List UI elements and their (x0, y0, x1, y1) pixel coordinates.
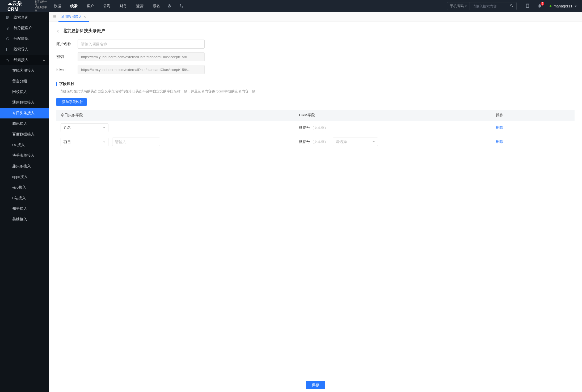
brand-logo: ☁云朵CRM 教育机构一站式服务云平台 (0, 0, 49, 12)
toutiao-field-select[interactable]: 项目 (61, 138, 108, 146)
mobile-icon[interactable] (525, 3, 530, 9)
nav-enroll[interactable]: 报名 (153, 4, 160, 8)
sidebar-item-distribution[interactable]: 分配情况 (0, 33, 49, 44)
nav-finance[interactable]: 财务 (120, 4, 127, 8)
chevron-down-icon (372, 140, 375, 143)
caret-down-icon (465, 6, 467, 7)
sidebar-item-import[interactable]: 线索导入 (0, 44, 49, 55)
export-icon (6, 48, 10, 52)
secret-label: 密钥 (56, 54, 78, 59)
chevron-up-icon (43, 58, 45, 62)
col-toutiao-field: 今日头条字段 (56, 110, 295, 121)
table-row: 姓名 微信号 （文本框） 删除 (56, 121, 575, 135)
tab-close-icon[interactable]: ✕ (83, 15, 86, 19)
sidebar-sub-kuaishou[interactable]: 快手表单接入 (0, 150, 49, 161)
token-input[interactable] (78, 65, 205, 74)
sidebar-sub-meiyou[interactable]: 美柚接入 (0, 214, 49, 225)
search-button[interactable] (507, 4, 516, 8)
sidebar-sub-bilibili[interactable]: B站接入 (0, 193, 49, 203)
username: manager11 (554, 4, 572, 8)
delete-row-button[interactable]: 删除 (496, 126, 503, 130)
account-name-input[interactable] (78, 40, 205, 49)
sidebar-item-pending[interactable]: 待分配客户 (0, 23, 49, 33)
tab-generic-data[interactable]: 通用数据接入 ✕ (58, 12, 89, 22)
sidebar-sub-message-group[interactable]: 留言分组 (0, 76, 49, 87)
breadcrumb: 北京昱新科技头条账户 (56, 28, 575, 34)
add-mapping-button[interactable]: +添加字段映射 (56, 98, 87, 106)
mapping-description: 请确保您在此填写的头条自定义字段名称与在今日头条平台中自定义的字段名称一致，并且… (56, 89, 575, 94)
page-title: 北京昱新科技头条账户 (63, 28, 105, 34)
search-type-select[interactable]: 手机号码 (447, 2, 470, 10)
account-name-label: 账户名称 (56, 42, 78, 46)
toutiao-field-select[interactable]: 姓名 (61, 123, 108, 132)
notification-icon[interactable]: 5 (537, 3, 542, 9)
token-label: token (56, 67, 78, 72)
delete-row-button[interactable]: 删除 (496, 140, 503, 144)
sidebar-sub-online-cs[interactable]: 在线客服接入 (0, 65, 49, 76)
svg-rect-0 (7, 16, 9, 17)
notification-badge: 5 (541, 2, 544, 6)
collapse-sidebar-button[interactable] (51, 15, 58, 19)
main-content: 通用数据接入 ✕ 北京昱新科技头条账户 账户名称 密钥 t (49, 12, 582, 392)
sidebar-sub-tencent[interactable]: 腾讯接入 (0, 118, 49, 129)
mapping-title: 字段映射 (59, 82, 74, 86)
page-content: 北京昱新科技头条账户 账户名称 密钥 token 字段映射 (49, 22, 582, 378)
nav-data[interactable]: 数据 (54, 4, 61, 8)
sidebar-sub-vivo[interactable]: vivo接入 (0, 182, 49, 193)
svg-rect-2 (7, 18, 8, 19)
sidebar-sub-qutoutiao[interactable]: 趣头条接入 (0, 161, 49, 172)
phone-icon[interactable] (179, 3, 184, 9)
menu-collapse-icon (53, 15, 57, 18)
table-row: 项目 微信号 （文本框） (56, 135, 575, 149)
sidebar-sub-toutiao[interactable]: 今日头条接入 (0, 108, 49, 118)
crm-option-select[interactable]: 请选择 (333, 138, 378, 146)
nav-public[interactable]: 公海 (103, 4, 111, 8)
toutiao-extra-input[interactable] (112, 138, 160, 146)
svg-rect-1 (7, 17, 9, 18)
nav-leads[interactable]: 线索 (70, 4, 78, 8)
app-header: ☁云朵CRM 教育机构一站式服务云平台 数据 线索 客户 公海 财务 运营 报名… (0, 0, 582, 12)
col-action: 操作 (492, 110, 575, 121)
nav-ops[interactable]: 运营 (136, 4, 144, 8)
nav-customer[interactable]: 客户 (87, 4, 94, 8)
save-button[interactable]: 保存 (306, 381, 325, 389)
mapping-section-header: 字段映射 (56, 82, 575, 86)
pie-icon (6, 37, 10, 41)
status-dot-icon (550, 5, 551, 7)
nav-action-icons (167, 3, 184, 9)
sidebar-item-search-leads[interactable]: 线索查询 (0, 12, 49, 23)
section-bar-icon (56, 82, 57, 86)
chevron-down-icon (103, 126, 106, 129)
sidebar-item-access[interactable]: 线索接入 (0, 55, 49, 65)
user-menu[interactable]: manager11 (550, 4, 577, 8)
footer-actions: 保存 (49, 378, 582, 392)
back-icon[interactable] (56, 29, 60, 33)
header-right: 5 manager11 (525, 3, 577, 9)
crm-field-display: 微信号 （文本框） (299, 125, 328, 130)
plug-icon (6, 58, 10, 62)
sidebar-sub-zhihu[interactable]: 知乎接入 (0, 203, 49, 214)
secret-input[interactable] (78, 52, 205, 61)
global-search: 手机号码 (447, 2, 517, 10)
sidebar-sub-baidu[interactable]: 百度数据接入 (0, 129, 49, 140)
list-icon (6, 16, 10, 20)
col-crm-field: CRM字段 (295, 110, 492, 121)
chevron-down-icon (103, 141, 106, 143)
sidebar: 线索查询 待分配客户 分配情况 线索导入 线索接入 在线客服接入 留言分组 网校… (0, 12, 49, 392)
sidebar-sub-school[interactable]: 网校接入 (0, 87, 49, 97)
top-nav: 数据 线索 客户 公海 财务 运营 报名 (54, 4, 160, 8)
tabs-bar: 通用数据接入 ✕ (49, 12, 582, 22)
search-input[interactable] (470, 4, 507, 8)
logo-tagline: 教育机构一站式服务云平台 (33, 0, 49, 12)
caret-down-icon (575, 6, 577, 7)
add-user-icon[interactable] (167, 3, 172, 9)
mapping-table: 今日头条字段 CRM字段 操作 姓名 (56, 110, 575, 149)
logo-text: ☁云朵CRM (7, 0, 32, 12)
crm-field-display: 微信号 （文本框） (299, 139, 328, 144)
sidebar-sub-oppo[interactable]: oppo接入 (0, 172, 49, 182)
sidebar-sub-generic[interactable]: 通用数据接入 (0, 97, 49, 108)
sidebar-sub-uc[interactable]: UC接入 (0, 140, 49, 150)
filter-icon (6, 26, 10, 30)
